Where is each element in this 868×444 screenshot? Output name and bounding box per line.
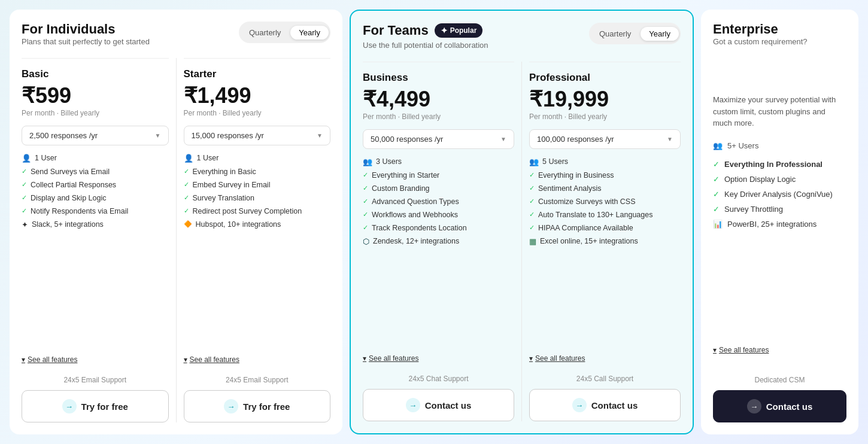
check-icon: ✓	[363, 171, 368, 179]
starter-user-count: 👤 1 User	[184, 154, 331, 163]
starter-feature-4: 🔶 Hubspot, 10+ integrations	[184, 220, 331, 229]
check-icon: ✓	[22, 207, 27, 215]
basic-responses-label: 2,500 responses /yr	[29, 131, 98, 140]
professional-feature-5: ▦ Excel online, 15+ integrations	[529, 237, 681, 246]
professional-plan-period: Per month · Billed yearly	[529, 112, 681, 121]
enterprise-title: Enterprise	[713, 22, 846, 37]
starter-plan-period: Per month · Billed yearly	[184, 109, 331, 117]
teams-subtitle: Use the full potential of collaboration	[363, 41, 488, 50]
check-icon: ✓	[713, 205, 720, 214]
individuals-subtitle: Plans that suit perfectly to get started	[22, 37, 150, 46]
arrow-icon: →	[572, 398, 587, 412]
business-plan-price: ₹4,499	[363, 87, 514, 111]
basic-see-all[interactable]: ▾ See all features	[22, 355, 169, 364]
teams-yearly-btn[interactable]: Yearly	[641, 27, 679, 41]
individuals-section: For Individuals Plans that suit perfectl…	[10, 10, 342, 434]
enterprise-cta-button[interactable]: → Contact us	[713, 390, 846, 422]
starter-dropdown-arrow: ▼	[317, 132, 323, 139]
chevron-down-icon: ▾	[363, 354, 366, 363]
enterprise-features: ✓ Everything In Professional ✓ Option Di…	[713, 160, 846, 344]
zendesk-icon: ⬡	[363, 237, 369, 246]
users-icon: 👥	[713, 141, 723, 150]
check-icon: ✓	[713, 160, 720, 169]
powerbi-icon: 📊	[713, 220, 723, 229]
starter-support: 24x5 Email Support	[184, 364, 331, 384]
basic-dropdown-arrow: ▼	[155, 132, 161, 139]
check-icon: ✓	[363, 211, 368, 218]
users-icon: 👥	[363, 157, 372, 166]
professional-responses-dropdown[interactable]: 100,000 responses /yr ▼	[529, 129, 681, 149]
professional-user-count: 👥 5 Users	[529, 157, 681, 166]
starter-feature-0: ✓ Everything in Basic	[184, 168, 331, 176]
professional-plan-name: Professional	[529, 72, 681, 84]
business-user-count: 👥 3 Users	[363, 157, 514, 166]
arrow-icon: →	[62, 399, 77, 413]
business-see-all[interactable]: ▾ See all features	[363, 354, 514, 363]
check-icon: ✓	[529, 197, 535, 205]
chevron-down-icon: ▾	[713, 346, 717, 354]
user-icon: 👤	[184, 154, 193, 163]
basic-support: 24x5 Email Support	[22, 364, 169, 384]
individuals-quarterly-btn[interactable]: Quarterly	[241, 26, 289, 39]
chevron-down-icon: ▾	[22, 355, 25, 364]
check-icon: ✓	[363, 224, 368, 232]
professional-feature-3: ✓ Auto Translate to 130+ Languages	[529, 211, 681, 219]
starter-feature-1: ✓ Embed Survey in Email	[184, 181, 331, 189]
business-plan-period: Per month · Billed yearly	[363, 112, 514, 121]
professional-support: 24x5 Call Support	[529, 363, 681, 383]
business-responses-dropdown[interactable]: 50,000 responses /yr ▼	[363, 129, 514, 149]
check-icon: ✓	[363, 197, 368, 205]
starter-feature-3: ✓ Redirect post Survey Completion	[184, 207, 331, 215]
check-icon: ✓	[363, 184, 368, 192]
starter-responses-label: 15,000 responses /yr	[192, 131, 264, 140]
basic-cta-button[interactable]: → Try for free	[22, 390, 169, 422]
business-plan-name: Business	[363, 72, 514, 84]
enterprise-feature-2: ✓ Key Driver Analysis (CogniVue)	[713, 190, 846, 199]
enterprise-feature-3: ✓ Survey Throttling	[713, 205, 846, 214]
teams-quarterly-btn[interactable]: Quarterly	[591, 27, 639, 41]
starter-feature-2: ✓ Survey Translation	[184, 194, 331, 202]
professional-features: 👥 5 Users ✓ Everything in Business ✓ Sen…	[529, 157, 681, 352]
individuals-yearly-btn[interactable]: Yearly	[290, 26, 329, 39]
professional-see-all[interactable]: ▾ See all features	[529, 354, 681, 363]
starter-see-all[interactable]: ▾ See all features	[184, 355, 331, 364]
business-cta-button[interactable]: → Contact us	[363, 389, 514, 421]
enterprise-support: Dedicated CSM	[713, 364, 846, 384]
arrow-icon: →	[224, 399, 238, 413]
professional-cta-label: Contact us	[591, 400, 638, 410]
check-icon: ✓	[529, 184, 535, 192]
basic-responses-dropdown[interactable]: 2,500 responses /yr ▼	[22, 126, 169, 145]
business-responses-label: 50,000 responses /yr	[371, 135, 443, 144]
basic-feature-1: ✓ Collect Partial Responses	[22, 181, 169, 189]
professional-dropdown-arrow: ▼	[667, 136, 673, 142]
users-icon: 👥	[529, 157, 539, 166]
professional-plan: Professional ₹19,999 Per month · Billed …	[522, 62, 681, 421]
user-icon: 👤	[22, 154, 31, 163]
business-features: 👥 3 Users ✓ Everything in Starter ✓ Cust…	[363, 157, 514, 352]
business-support: 24x5 Chat Support	[363, 363, 514, 383]
enterprise-feature-4: 📊 PowerBI, 25+ integrations	[713, 220, 846, 229]
check-icon: ✓	[529, 211, 535, 218]
basic-feature-2: ✓ Display and Skip Logic	[22, 194, 169, 202]
professional-cta-button[interactable]: → Contact us	[529, 389, 681, 421]
business-cta-label: Contact us	[425, 400, 472, 410]
arrow-icon: →	[747, 399, 761, 413]
professional-plan-price: ₹19,999	[529, 87, 681, 111]
business-feature-1: ✓ Custom Branding	[363, 184, 514, 193]
individuals-title: For Individuals	[22, 22, 150, 37]
check-icon: ✓	[22, 194, 27, 202]
starter-cta-button[interactable]: → Try for free	[184, 390, 331, 422]
starter-responses-dropdown[interactable]: 15,000 responses /yr ▼	[184, 126, 331, 145]
business-dropdown-arrow: ▼	[500, 136, 506, 142]
starter-plan: Starter ₹1,499 Per month · Billed yearly…	[177, 58, 331, 422]
enterprise-see-all[interactable]: ▾ See all features	[713, 346, 846, 354]
excel-icon: ▦	[529, 237, 536, 246]
starter-features: 👤 1 User ✓ Everything in Basic ✓ Embed S…	[184, 154, 331, 353]
professional-feature-1: ✓ Sentiment Analysis	[529, 184, 681, 193]
business-feature-2: ✓ Advanced Question Types	[363, 197, 514, 206]
basic-cta-label: Try for free	[81, 402, 128, 412]
starter-plan-name: Starter	[184, 68, 331, 80]
basic-user-count: 👤 1 User	[22, 154, 169, 163]
professional-feature-2: ✓ Customize Surveys with CSS	[529, 197, 681, 206]
check-icon: ✓	[184, 181, 189, 188]
